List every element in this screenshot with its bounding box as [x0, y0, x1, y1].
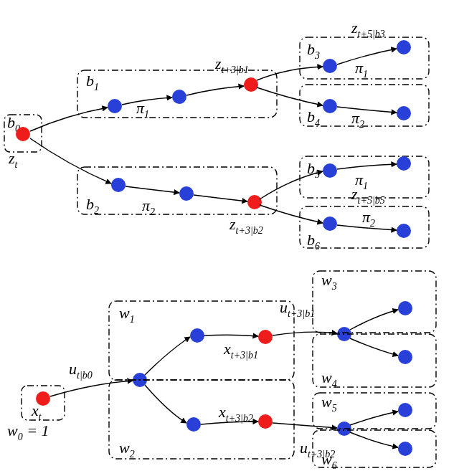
- edge-w3: [350, 310, 398, 330]
- label-xt3b2: xt+3|b2: [218, 403, 253, 424]
- edge-b1-b4: [257, 87, 323, 105]
- node-b1-1: [108, 99, 122, 113]
- edge-b2-a: [126, 186, 179, 193]
- edge-b0-b2: [30, 138, 111, 184]
- edge-w6: [350, 432, 398, 447]
- edge-b2-b: [194, 195, 247, 201]
- label-zt: zt: [8, 149, 19, 170]
- node-w2-1: [186, 417, 201, 432]
- node-b2-2: [179, 186, 194, 201]
- edge-fork-w2: [145, 385, 186, 423]
- edge-b6: [337, 225, 397, 230]
- label-zt5b3: zt+5|b3: [351, 19, 385, 39]
- node-b4-1: [323, 99, 337, 113]
- label-pi2-b6: π2: [362, 208, 375, 229]
- label-b4: b4: [307, 108, 320, 128]
- edge-xt-fork: [50, 381, 133, 396]
- node-b2-3: [247, 195, 262, 209]
- edge-b4: [337, 107, 397, 113]
- label-zt3b2: zt+3|b2: [229, 215, 263, 236]
- edge-b5: [337, 164, 397, 169]
- label-utb0: ut|b0: [69, 360, 93, 381]
- edge-w2-fork56: [273, 423, 337, 428]
- node-b3-2: [397, 40, 411, 54]
- edge-w4: [350, 338, 398, 356]
- node-w5: [398, 403, 412, 417]
- edge-fork-w1: [145, 337, 190, 375]
- label-w0: w0 = 1: [7, 422, 49, 442]
- edge-b1-b: [186, 86, 244, 95]
- edge-b1-a: [122, 97, 172, 105]
- node-b6-1: [323, 216, 337, 231]
- node-w2-2: [258, 414, 273, 429]
- edge-b3: [337, 49, 397, 65]
- label-pi1-b3: π1: [355, 59, 368, 80]
- node-w1-1: [190, 328, 204, 343]
- label-b5: b5: [307, 159, 320, 180]
- node-w1-2: [258, 330, 273, 344]
- label-xt3b1: xt+3|b1: [223, 340, 258, 361]
- node-b4-2: [397, 106, 411, 120]
- label-pi2-b2: π2: [142, 196, 155, 217]
- node-b3-1: [323, 59, 337, 73]
- label-b6: b6: [307, 231, 320, 252]
- node-b1-3: [244, 77, 258, 92]
- node-b5-1: [323, 163, 337, 178]
- label-b3: b3: [307, 40, 320, 61]
- label-pi2-b4: π2: [351, 109, 364, 130]
- label-w2: w2: [119, 439, 135, 460]
- label-w4: w4: [321, 368, 337, 389]
- label-w5: w5: [321, 393, 337, 414]
- diagram-svg: b0 zt b1 π1 zt+3|b1 b2 π2 zt+3|b2 b3 π1 …: [0, 0, 459, 476]
- label-w1: w1: [119, 304, 135, 325]
- edge-w1-fork34: [273, 332, 337, 335]
- node-w6: [398, 442, 412, 456]
- node-b1-2: [172, 90, 186, 104]
- edge-w1a: [204, 335, 258, 336]
- label-pi1-b1: π1: [136, 99, 149, 120]
- node-b6-2: [397, 224, 411, 238]
- edge-b1-b3: [257, 67, 323, 80]
- node-b2-1: [111, 178, 126, 192]
- node-w3: [398, 301, 412, 315]
- label-w3: w3: [321, 271, 337, 292]
- box-b2: [77, 167, 277, 214]
- label-ut3b1: ut+3|b1: [280, 298, 315, 319]
- node-w4: [398, 350, 412, 364]
- label-b1: b1: [86, 72, 99, 92]
- label-b2: b2: [86, 195, 99, 216]
- edge-w5: [350, 411, 398, 425]
- node-zt: [16, 127, 30, 141]
- label-zt3b1: zt+3|b1: [214, 54, 249, 75]
- svg-text:zt: zt: [8, 149, 19, 170]
- node-b5-2: [397, 156, 411, 171]
